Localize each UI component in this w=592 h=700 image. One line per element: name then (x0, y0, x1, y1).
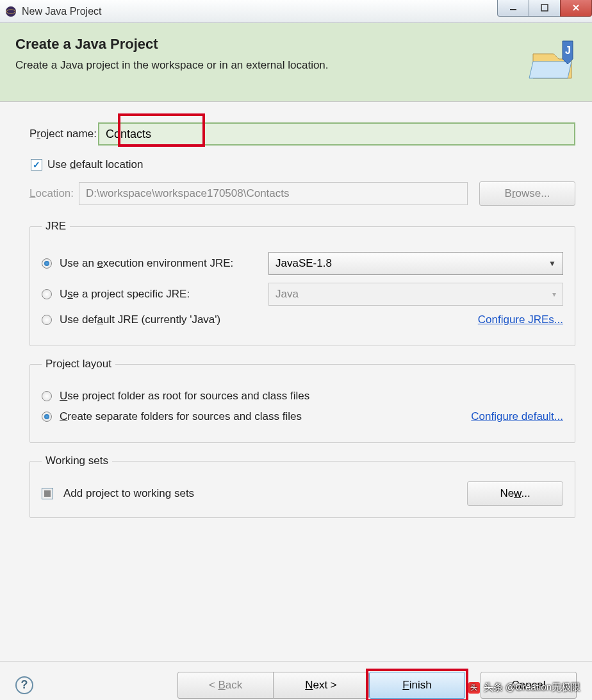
chevron-down-icon: ▼ (548, 259, 556, 268)
layout-root-label: Use project folder as root for sources a… (60, 390, 309, 403)
configure-jres-link[interactable]: Configure JREs... (478, 313, 563, 326)
use-default-location-row: ✓ Use default location (31, 158, 575, 171)
eclipse-icon (5, 6, 17, 17)
jre-legend: JRE (42, 220, 70, 233)
jre-execution-env-radio[interactable] (42, 258, 52, 269)
finish-button[interactable]: Finish (369, 672, 465, 699)
location-input (79, 182, 468, 205)
project-layout-group: Project layout Use project folder as roo… (29, 358, 575, 443)
jre-execution-env-combo[interactable]: JavaSE-1.8▼ (268, 252, 563, 275)
layout-separate-label: Create separate folders for sources and … (60, 410, 302, 423)
watermark-icon: 头 (468, 682, 480, 694)
add-working-sets-label: Add project to working sets (63, 487, 194, 500)
jre-project-specific-label: Use a project specific JRE: (60, 288, 268, 301)
browse-button: Browse... (479, 181, 575, 206)
project-layout-legend: Project layout (42, 358, 115, 371)
java-project-icon: J (528, 36, 577, 85)
add-working-sets-checkbox[interactable] (42, 488, 53, 499)
jre-project-specific-combo: Java▾ (268, 283, 563, 306)
svg-rect-3 (541, 4, 548, 11)
svg-text:J: J (565, 45, 571, 56)
jre-default-label: Use default JRE (currently 'Java') (60, 313, 220, 326)
watermark: 头 头条 @Creation无极限 (468, 681, 580, 694)
window-title: New Java Project (22, 6, 102, 17)
working-sets-legend: Working sets (42, 454, 112, 467)
svg-rect-2 (510, 9, 516, 10)
banner-subtitle: Create a Java project in the workspace o… (15, 59, 329, 72)
wizard-footer: ? < Back Next > Finish Cancel (0, 661, 592, 700)
jre-project-specific-radio[interactable] (42, 289, 52, 299)
wizard-content: Project name: ✓ Use default location Loc… (0, 102, 592, 700)
maximize-button[interactable] (529, 0, 561, 17)
minimize-button[interactable] (497, 0, 529, 17)
jre-default-radio[interactable] (42, 315, 52, 325)
jre-execution-env-label: Use an execution environment JRE: (60, 257, 268, 270)
project-name-input[interactable] (98, 122, 575, 146)
window-buttons (498, 0, 592, 17)
use-default-location-checkbox[interactable]: ✓ (31, 159, 42, 171)
new-working-set-button[interactable]: New... (467, 481, 563, 506)
jre-group: JRE Use an execution environment JRE: Ja… (29, 220, 575, 346)
use-default-location-label: Use default location (47, 158, 143, 171)
layout-root-radio[interactable] (42, 391, 52, 401)
project-name-label: Project name: (29, 128, 97, 140)
title-bar: New Java Project (0, 0, 592, 23)
banner-heading: Create a Java Project (15, 36, 329, 53)
close-button[interactable] (560, 0, 592, 17)
svg-point-0 (6, 6, 16, 17)
layout-separate-radio[interactable] (42, 412, 52, 422)
working-sets-group: Working sets Add project to working sets… (29, 454, 575, 518)
chevron-down-icon: ▾ (552, 290, 556, 299)
next-button[interactable]: Next > (273, 672, 369, 699)
location-label: Location: (29, 187, 74, 200)
help-icon[interactable]: ? (15, 676, 33, 694)
configure-default-link[interactable]: Configure default... (471, 410, 563, 423)
wizard-banner: Create a Java Project Create a Java proj… (0, 23, 592, 102)
back-button: < Back (177, 672, 274, 699)
